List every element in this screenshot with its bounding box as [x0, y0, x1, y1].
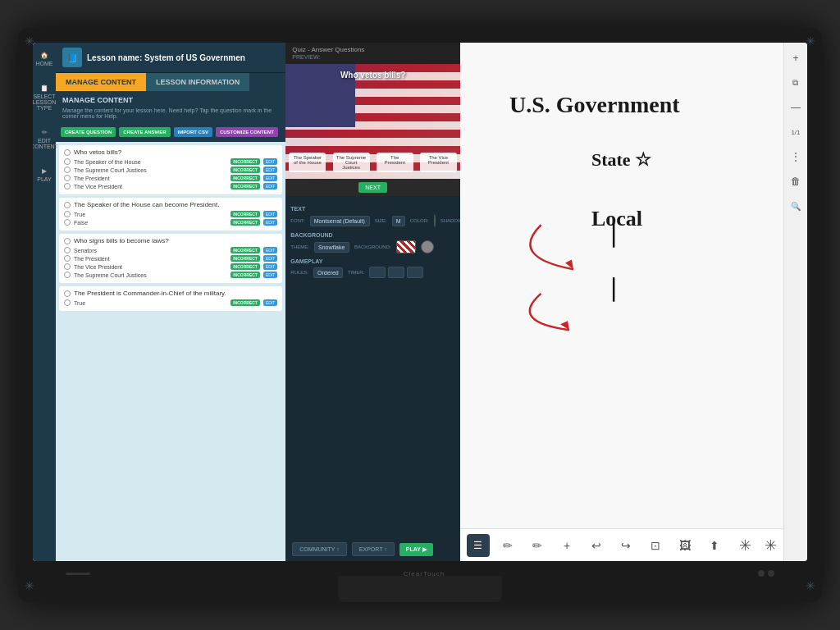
q-radio: [64, 202, 71, 208]
answer-text: The Vice President: [74, 264, 227, 270]
timer-box-1[interactable]: [369, 267, 386, 278]
answer-text: The Supreme Court Justices: [74, 272, 227, 278]
pen-tool-button[interactable]: ✏: [496, 534, 519, 557]
tab-lesson-info[interactable]: LESSON INFORMATION: [146, 73, 249, 91]
edit-answer-button[interactable]: EDIT: [263, 272, 277, 278]
question-text: Who signs bills to become laws?: [64, 237, 277, 244]
export-tool-button[interactable]: ⬆: [703, 534, 726, 557]
edit-answer-button[interactable]: EDIT: [263, 299, 277, 306]
whiteboard-toolbar: ☰ ✏ ✏ + ↩ ↪ ⊡ 🖼 ⬆ ✳ ✳: [460, 528, 783, 561]
community-button[interactable]: COMMUNITY ↑: [292, 542, 346, 556]
more-tool[interactable]: ⋮: [787, 148, 805, 166]
gov-text-line2: State ☆: [591, 149, 651, 171]
answer-badge-correct: INCORRECT: [231, 158, 260, 165]
monitor: 🏠 HOME 📋 SELECT LESSON TYPE ✏ EDIT CONTE…: [18, 28, 822, 602]
gov-text-line1: U.S. Government: [509, 92, 680, 118]
bg-preview[interactable]: [396, 240, 416, 253]
timer-box-2[interactable]: [388, 267, 404, 278]
create-answer-button[interactable]: CREATE ANSWER: [119, 127, 170, 137]
customize-content-button[interactable]: CUSTOMIZE CONTENT: [216, 127, 278, 137]
edit-answer-button[interactable]: EDIT: [263, 211, 277, 217]
timer-box-3[interactable]: [407, 267, 423, 278]
quiz-bottom-bar: COMMUNITY ↑ EXPORT ↑ PLAY ▶: [285, 537, 460, 561]
edit-answer-button[interactable]: EDIT: [263, 255, 277, 262]
duplicate-tool[interactable]: ⧉: [787, 74, 805, 92]
timer-boxes: [369, 267, 423, 278]
bg-color-swatch[interactable]: [421, 240, 434, 253]
edit-answer-button[interactable]: EDIT: [263, 219, 277, 226]
corner-deco-bl: ✳: [25, 579, 34, 592]
answer-badge-correct: INCORRECT: [231, 211, 260, 217]
delete-tool[interactable]: 🗑: [787, 172, 805, 190]
lesson-icon: 📘: [62, 48, 82, 67]
screen-button[interactable]: ⊡: [644, 534, 667, 557]
font-select[interactable]: Montserrat (Default): [310, 216, 370, 226]
answer-badge: INCORRECT: [231, 219, 260, 226]
zoom-in-tool[interactable]: +: [787, 49, 805, 67]
create-question-button[interactable]: CREATE QUESTION: [61, 127, 116, 137]
answer-row: True INCORRECT EDIT: [64, 299, 277, 306]
answer-badge: INCORRECT: [231, 263, 260, 270]
svg-marker-1: [565, 259, 573, 269]
edit-answer-button[interactable]: EDIT: [263, 247, 277, 253]
edit-answer-button[interactable]: EDIT: [263, 167, 277, 173]
sidebar-item-home[interactable]: 🏠 HOME: [34, 49, 56, 69]
edit-answer-button[interactable]: EDIT: [263, 263, 277, 270]
highlighter-tool-button[interactable]: ✏: [526, 534, 549, 557]
preview-label: PREVIEW:: [292, 54, 320, 60]
answer-badge-correct: INCORRECT: [231, 255, 260, 262]
rules-select[interactable]: Ordered: [313, 267, 343, 278]
sidebar-item-edit-content[interactable]: ✏ EDIT CONTENT: [33, 126, 61, 152]
answer-text: False: [74, 220, 227, 226]
question-block: Who vetos bills? The Speaker of the Hous…: [59, 145, 282, 194]
undo-button[interactable]: ↩: [585, 534, 608, 557]
edit-answer-button[interactable]: EDIT: [263, 183, 277, 189]
q-radio-small: [64, 175, 71, 181]
q-radio-small: [64, 158, 71, 165]
question-text: The President is Commander-in-Chief of t…: [64, 290, 277, 297]
tab-manage-content[interactable]: MANAGE CONTENT: [56, 73, 146, 91]
bg-label: BACKGROUND:: [354, 244, 391, 249]
lesson-title: Lesson name: System of US Governmen: [87, 53, 245, 62]
left-sidebar: 🏠 HOME 📋 SELECT LESSON TYPE ✏ EDIT CONTE…: [33, 43, 56, 561]
edit-answer-button[interactable]: EDIT: [263, 158, 277, 165]
import-csv-button[interactable]: IMPORT CSV: [174, 127, 212, 137]
export-button[interactable]: EXPORT ↑: [352, 542, 395, 556]
answer-text: True: [74, 212, 227, 217]
q-radio-small: [64, 247, 71, 253]
svg-marker-3: [560, 321, 569, 330]
color-swatch[interactable]: [434, 214, 436, 227]
sidebar-item-lesson-type[interactable]: 📋 SELECT LESSON TYPE: [33, 82, 58, 113]
next-button[interactable]: NEXT: [358, 182, 387, 193]
play-button[interactable]: PLAY ▶: [399, 543, 433, 556]
question-block: The Speaker of the House can become Pres…: [59, 198, 282, 231]
size-select[interactable]: M: [392, 216, 405, 226]
redo-button[interactable]: ↪: [614, 534, 637, 557]
quiz-preview-header: Quiz - Answer Questions PREVIEW:: [285, 43, 460, 64]
answer-badge-correct: INCORRECT: [231, 299, 260, 306]
q-radio: [64, 238, 71, 244]
theme-select[interactable]: Snowflake: [314, 242, 349, 253]
manage-content-header: MANAGE CONTENT: [56, 91, 285, 106]
size-label: SIZE:: [375, 218, 387, 223]
menu-button[interactable]: ☰: [467, 534, 490, 557]
whiteboard-canvas[interactable]: U.S. Government State ☆ Local: [460, 43, 783, 528]
answer-row: The Supreme Court Justices INCORRECT EDI…: [64, 272, 277, 278]
theme-label: THEME:: [290, 244, 309, 249]
quiz-answer-card: The Supreme Court Justices: [333, 153, 370, 172]
question-text: Who vetos bills?: [64, 148, 277, 156]
edit-answer-button[interactable]: EDIT: [263, 175, 277, 181]
answer-row: The Supreme Court Justices INCORRECT EDI…: [64, 167, 277, 173]
zoom-tool[interactable]: 🔍: [787, 197, 805, 215]
sidebar-item-play[interactable]: ▶ PLAY: [34, 165, 53, 185]
q-radio-small: [64, 219, 71, 226]
image-button[interactable]: 🖼: [673, 534, 696, 557]
background-row: THEME: Snowflake BACKGROUND:: [290, 240, 455, 253]
question-text: The Speaker of the House can become Pres…: [64, 201, 277, 208]
add-tool-button[interactable]: +: [555, 534, 578, 557]
quiz-preview-image: Who vetos bills? The Speaker of the Hous…: [285, 64, 460, 179]
answer-text: The Vice President: [74, 184, 227, 189]
q-radio-small: [64, 263, 71, 270]
answer-row: The Vice President INCORRECT EDIT: [64, 263, 277, 270]
lesson-header: 📘 Lesson name: System of US Governmen: [56, 43, 285, 73]
